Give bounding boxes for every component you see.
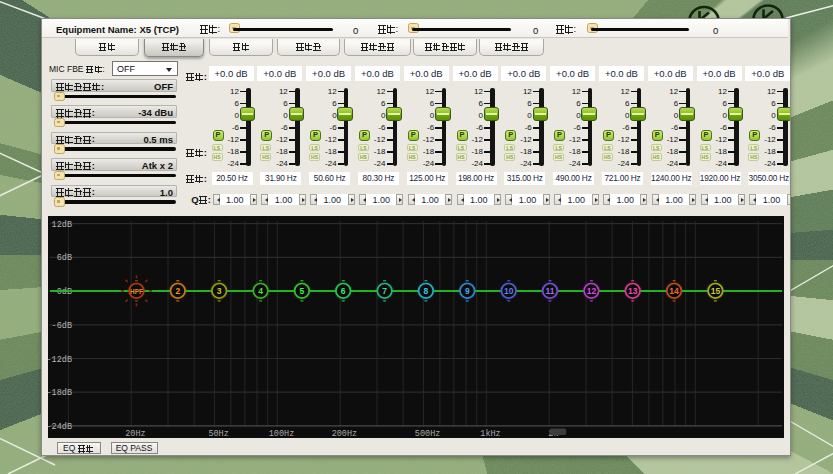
svg-text:HPF: HPF [130,287,143,294]
svg-text:3: 3 [216,285,221,295]
svg-text:5: 5 [299,285,304,295]
svg-text:4: 4 [258,285,263,295]
svg-text:14: 14 [669,285,679,295]
svg-text:12: 12 [586,285,596,295]
svg-text:100Hz: 100Hz [268,428,294,438]
svg-text:9: 9 [464,285,469,295]
svg-text:10: 10 [503,285,513,295]
svg-text:13: 13 [627,285,637,295]
svg-text:12dB: 12dB [51,219,71,229]
svg-text:20Hz: 20Hz [125,428,145,438]
svg-text:0dB: 0dB [56,287,71,297]
svg-text:11: 11 [545,285,554,295]
svg-text:15: 15 [710,285,720,295]
svg-text:6: 6 [340,285,345,295]
svg-text:7: 7 [382,285,387,295]
svg-text:1kHz: 1kHz [480,428,500,438]
svg-text:-18dB: -18dB [48,388,72,398]
svg-text:200Hz: 200Hz [331,428,357,438]
svg-text:8: 8 [423,285,428,295]
svg-text:-6dB: -6dB [51,320,71,330]
svg-text:-12dB: -12dB [48,354,72,364]
svg-text:500Hz: 500Hz [414,428,440,438]
svg-text:-24dB: -24dB [48,421,72,431]
svg-text:2: 2 [175,285,180,295]
svg-text:50Hz: 50Hz [208,428,228,438]
svg-text:6dB: 6dB [56,253,71,263]
